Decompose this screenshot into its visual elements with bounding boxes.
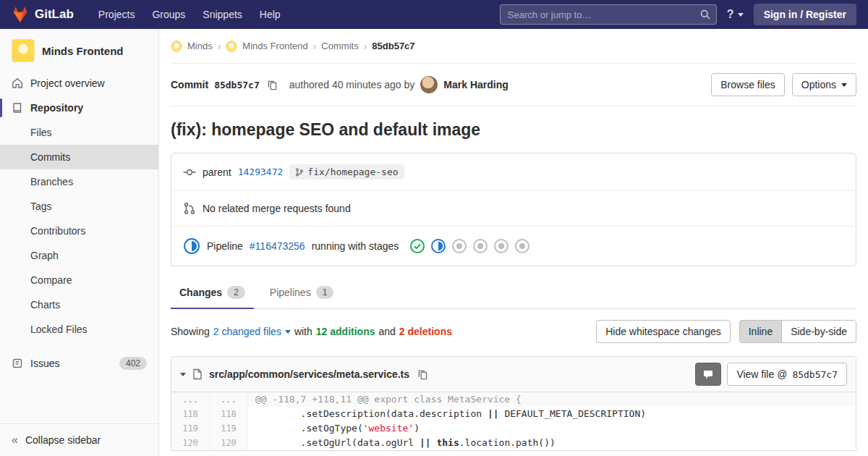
old-line-number[interactable]: ... <box>171 392 210 407</box>
new-line-number[interactable]: 120 <box>210 436 248 450</box>
author-name-link[interactable]: Mark Harding <box>443 79 508 90</box>
nav-help[interactable]: Help <box>252 4 288 25</box>
changed-files-dropdown[interactable]: 2 changed files <box>213 326 291 337</box>
breadcrumb-separator: › <box>313 41 317 52</box>
sidebar-item-issues[interactable]: Issues 402 <box>0 350 158 376</box>
commit-meta-row: Commit 85db57c7 authored 40 minutes ago … <box>171 64 856 106</box>
copy-file-path-button[interactable] <box>416 369 430 380</box>
stage-created-icon[interactable] <box>493 238 509 254</box>
subnav-tags[interactable]: Tags <box>0 194 158 219</box>
project-sidebar: Minds Frontend Project overview Reposito… <box>0 29 159 456</box>
sidebar-item-label: Project overview <box>30 77 105 89</box>
copy-sha-button[interactable] <box>265 80 279 90</box>
commit-sha: 85db57c7 <box>214 80 260 90</box>
repository-icon <box>12 102 23 114</box>
top-navbar: GitLab Projects Groups Snippets Help ? S… <box>0 0 868 29</box>
diff-file-box: src/app/common/services/meta.service.ts … <box>171 356 856 451</box>
nav-projects[interactable]: Projects <box>91 4 142 25</box>
help-dropdown[interactable]: ? <box>727 8 744 21</box>
home-icon <box>12 77 23 89</box>
collapse-icon: « <box>12 434 18 446</box>
sidebar-item-repository[interactable]: Repository <box>0 96 158 120</box>
project-name: Minds Frontend <box>42 45 124 57</box>
project-home-link[interactable]: Minds Frontend <box>0 29 158 71</box>
breadcrumb-current-sha: 85db57c7 <box>372 41 414 51</box>
issues-icon <box>12 358 23 369</box>
breadcrumb-separator: › <box>364 41 367 52</box>
search-icon <box>699 9 711 22</box>
breadcrumb-commits[interactable]: Commits <box>321 41 358 51</box>
sidebar-item-project-overview[interactable]: Project overview <box>0 71 158 96</box>
gitlab-logo[interactable]: GitLab <box>12 6 74 23</box>
nav-groups[interactable]: Groups <box>145 4 192 25</box>
subnav-graph[interactable]: Graph <box>0 243 158 268</box>
gitlab-fox-icon <box>12 6 29 23</box>
chevron-down-icon <box>841 83 847 87</box>
search-input[interactable] <box>500 4 717 25</box>
commit-info-box: parent 14293472 fix/homepage-seo No rela… <box>171 153 856 266</box>
search-box <box>500 4 717 25</box>
new-line-number[interactable]: 118 <box>210 407 248 421</box>
showing-label: Showing <box>171 326 210 337</box>
tab-label: Changes <box>179 287 222 298</box>
collapse-diff-icon[interactable] <box>180 373 186 376</box>
parent-sha-link[interactable]: 14293472 <box>238 166 284 177</box>
subnav-commits[interactable]: Commits <box>0 145 158 169</box>
subnav-locked-files[interactable]: Locked Files <box>0 317 158 342</box>
pipeline-id-link[interactable]: #116473256 <box>250 240 305 252</box>
project-avatar-small <box>226 41 237 52</box>
parent-label: parent <box>203 166 231 178</box>
stage-running-icon[interactable] <box>430 238 446 254</box>
diff-line-code: @@ -118,7 +118,11 @@ export class MetaSe… <box>248 392 856 407</box>
stage-created-icon[interactable] <box>514 238 530 254</box>
stage-created-icon[interactable] <box>451 238 467 254</box>
options-dropdown-button[interactable]: Options <box>792 73 856 96</box>
side-by-side-view-button[interactable]: Side-by-side <box>781 320 856 343</box>
pipeline-label: Pipeline <box>207 240 243 252</box>
new-line-number[interactable]: ... <box>210 392 248 407</box>
authored-text: authored 40 minutes ago by <box>289 79 415 90</box>
repository-subnav: Files Commits Branches Tags Contributors… <box>0 120 158 342</box>
view-file-button[interactable]: View file @ 85db57c7 <box>727 363 847 386</box>
toggle-comments-button[interactable] <box>695 363 721 386</box>
collapse-sidebar-button[interactable]: « Collapse sidebar <box>0 423 158 456</box>
comment-bubble-icon <box>702 368 714 380</box>
browse-files-button[interactable]: Browse files <box>711 73 784 96</box>
breadcrumb: Minds › Minds Frontend › Commits › 85db5… <box>171 29 856 64</box>
sidebar-item-label: Issues <box>30 358 59 369</box>
old-line-number[interactable]: 119 <box>171 421 210 436</box>
branch-ref[interactable]: fix/homepage-seo <box>289 164 404 180</box>
file-icon <box>192 368 203 380</box>
merge-request-row: No related merge requests found <box>171 191 856 227</box>
group-avatar <box>171 41 182 52</box>
subnav-contributors[interactable]: Contributors <box>0 219 158 243</box>
with-label: with <box>294 326 312 337</box>
pipeline-row: Pipeline #116473256 running with stages <box>171 227 856 266</box>
subnav-charts[interactable]: Charts <box>0 292 158 317</box>
signin-button[interactable]: Sign in / Register <box>754 4 856 25</box>
subnav-compare[interactable]: Compare <box>0 268 158 292</box>
new-line-number[interactable]: 119 <box>210 421 248 436</box>
diff-summary-row: Showing 2 changed files with 12 addition… <box>171 320 856 343</box>
subnav-branches[interactable]: Branches <box>0 169 158 194</box>
diff-line: ......@@ -118,7 +118,11 @@ export class … <box>171 392 856 407</box>
breadcrumb-project[interactable]: Minds Frontend <box>242 41 307 51</box>
tab-pipelines[interactable]: Pipelines 1 <box>261 278 343 308</box>
changes-count-badge: 2 <box>227 286 245 299</box>
project-avatar <box>12 39 35 62</box>
tab-changes[interactable]: Changes 2 <box>171 278 254 308</box>
old-line-number[interactable]: 118 <box>171 407 210 421</box>
pipeline-status-text: running with stages <box>312 240 399 252</box>
stage-created-icon[interactable] <box>472 238 488 254</box>
breadcrumb-group[interactable]: Minds <box>187 41 213 51</box>
and-label: and <box>378 326 395 337</box>
deletions-count: 2 deletions <box>399 326 452 337</box>
nav-snippets[interactable]: Snippets <box>195 4 249 25</box>
inline-view-button[interactable]: Inline <box>739 320 782 343</box>
diff-view-toggle: Inline Side-by-side <box>739 320 856 343</box>
old-line-number[interactable]: 120 <box>171 436 210 450</box>
main-content: Minds › Minds Frontend › Commits › 85db5… <box>159 29 868 456</box>
hide-whitespace-button[interactable]: Hide whitespace changes <box>596 320 731 343</box>
stage-success-icon[interactable] <box>409 238 425 254</box>
subnav-files[interactable]: Files <box>0 120 158 145</box>
